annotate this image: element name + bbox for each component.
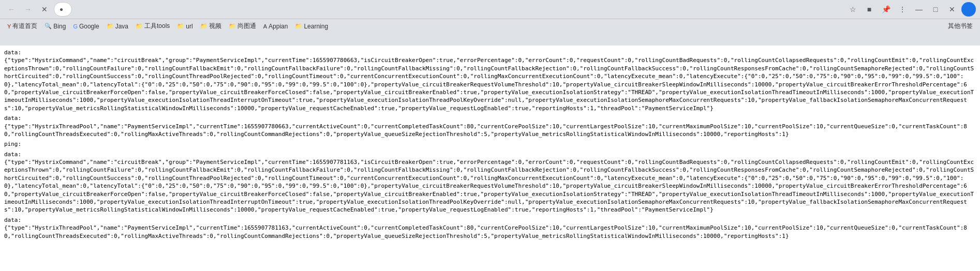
data-section: data:{"type":"HystrixCommand","name":"ci… <box>4 49 976 112</box>
forward-button[interactable]: → <box>21 2 35 17</box>
bookmark-shangtutong-label: 尚图通 <box>237 22 256 31</box>
lock-icon: ● <box>60 6 63 13</box>
appian-icon: A <box>263 23 267 29</box>
bookmark-java-label: Java <box>115 23 128 30</box>
data-label: data: <box>4 216 976 224</box>
bookmark-youdao[interactable]: Y 有道首页 <box>4 21 40 32</box>
window-controls: ← → ✕ ● <box>4 2 72 17</box>
bookmark-google-label: Google <box>79 23 99 30</box>
profile-button[interactable] <box>961 2 976 17</box>
folder-icon: 📁 <box>177 23 184 29</box>
data-content: {"type":"HystrixCommand","name":"circuit… <box>4 56 976 112</box>
close-button[interactable]: ✕ <box>945 2 959 17</box>
google-icon: G <box>73 23 78 29</box>
bookmark-youdao-label: 有道首页 <box>12 22 37 31</box>
folder-icon: 📁 <box>107 23 114 29</box>
bookmark-tools-label: 工具tools <box>144 22 170 31</box>
data-label: data: <box>4 114 976 122</box>
data-content: {"type":"HystrixCommand","name":"circuit… <box>4 158 976 214</box>
bookmark-other[interactable]: 其他书签 <box>945 21 976 32</box>
minimize-button[interactable]: — <box>912 2 926 17</box>
bookmark-video-label: 视频 <box>209 22 221 31</box>
bookmarks-right: 其他书签 <box>945 21 976 32</box>
bing-icon: 🔍 <box>44 23 52 29</box>
ping-line: ping: <box>4 140 976 148</box>
bookmark-learning-label: Learning <box>304 23 328 30</box>
bookmark-appian[interactable]: A Appian <box>260 22 291 31</box>
youdao-icon: Y <box>7 23 11 29</box>
bookmark-url-label: url <box>186 23 192 30</box>
back-button[interactable]: ← <box>4 2 19 17</box>
bookmarks-bar: Y 有道首页 🔍 Bing G Google 📁 Java 📁 工具tools … <box>0 19 980 33</box>
data-section: data:{"type":"HystrixCommand","name":"ci… <box>4 150 976 214</box>
bookmark-video[interactable]: 📁 视频 <box>197 21 225 32</box>
extension-button[interactable]: ■ <box>862 2 877 17</box>
reload-button[interactable]: ✕ <box>37 2 52 17</box>
folder-icon: 📁 <box>229 23 236 29</box>
data-content: {"type":"HystrixThreadPool","name":"Paym… <box>4 123 976 139</box>
data-section: data:{"type":"HystrixThreadPool","name":… <box>4 216 976 240</box>
folder-icon: 📁 <box>136 23 143 29</box>
bookmark-shangtutong[interactable]: 📁 尚图通 <box>226 21 259 32</box>
bookmark-bing-label: Bing <box>53 23 66 30</box>
maximize-button[interactable]: □ <box>928 2 943 17</box>
bookmark-tools[interactable]: 📁 工具tools <box>132 21 173 32</box>
browser-actions: ☆ ■ 📌 ⋮ — □ ✕ <box>845 2 976 17</box>
title-bar: ← → ✕ ● ☆ ■ 📌 ⋮ — □ ✕ <box>0 0 980 19</box>
address-bar[interactable]: ● <box>54 2 72 17</box>
pin-button[interactable]: 📌 <box>879 2 893 17</box>
bookmark-other-label: 其他书签 <box>948 22 973 31</box>
bookmark-java[interactable]: 📁 Java <box>103 22 131 31</box>
data-content: {"type":"HystrixThreadPool","name":"Paym… <box>4 224 976 240</box>
folder-icon: 📁 <box>200 23 207 29</box>
browser-chrome: ← → ✕ ● ☆ ■ 📌 ⋮ — □ ✕ Y 有道首页 🔍 Bing <box>0 0 980 46</box>
bookmark-bing[interactable]: 🔍 Bing <box>41 22 69 31</box>
bookmark-learning[interactable]: 📁 Learning <box>292 22 331 31</box>
data-label: data: <box>4 150 976 158</box>
data-section: data:{"type":"HystrixThreadPool","name":… <box>4 114 976 138</box>
bookmark-star-button[interactable]: ☆ <box>845 2 860 17</box>
menu-button[interactable]: ⋮ <box>895 2 910 17</box>
bookmark-google[interactable]: G Google <box>70 22 102 31</box>
folder-icon: 📁 <box>295 23 302 29</box>
data-label: data: <box>4 49 976 56</box>
page-content[interactable]: data:{"type":"HystrixCommand","name":"ci… <box>0 46 980 271</box>
bookmark-appian-label: Appian <box>269 23 288 30</box>
bookmark-url[interactable]: 📁 url <box>174 22 196 31</box>
